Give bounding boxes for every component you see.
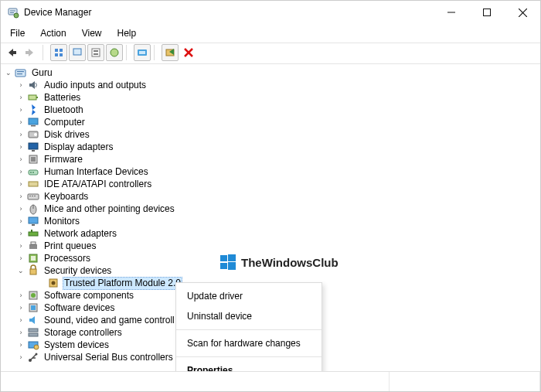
status-cell [1, 372, 390, 391]
tree-item-mouse[interactable]: ›Mice and other pointing devices [2, 203, 539, 215]
mouse-icon [27, 203, 39, 215]
chevron-right-icon[interactable]: › [16, 179, 26, 190]
chevron-right-icon[interactable]: › [16, 166, 26, 178]
tree-view[interactable]: ⌄Guru›Audio inputs and outputs›Batteries… [1, 64, 540, 371]
tree-item-computer[interactable]: ›Computer [2, 116, 539, 128]
ctx-update-driver[interactable]: Update driver [176, 286, 322, 306]
keyboard-icon [27, 190, 39, 203]
tree-item-printer[interactable]: ›Print queues [2, 240, 539, 252]
svg-point-64 [31, 293, 36, 298]
chevron-right-icon[interactable]: › [16, 228, 26, 240]
tree-item-battery[interactable]: ›Batteries [2, 91, 539, 104]
chevron-right-icon[interactable]: › [16, 203, 26, 215]
chevron-right-icon[interactable]: › [16, 92, 26, 104]
chevron-right-icon[interactable]: › [16, 327, 26, 339]
status-cell [390, 372, 540, 391]
tree-item-label: Firmware [43, 154, 84, 165]
svg-rect-11 [26, 51, 29, 54]
svg-point-74 [36, 353, 38, 356]
minimize-button[interactable] [434, 1, 469, 24]
tree-item-display[interactable]: ›Display adapters [2, 141, 539, 153]
ctx-uninstall-device[interactable]: Uninstall device [176, 306, 322, 326]
chevron-right-icon[interactable]: › [16, 129, 26, 141]
chevron-right-icon[interactable]: › [16, 290, 26, 302]
tree-item-disk[interactable]: ›Disk drives [2, 128, 539, 141]
svg-rect-27 [15, 70, 26, 77]
toolbar-btn-6[interactable] [162, 44, 179, 61]
tree-item-label: Monitors [43, 216, 81, 227]
chevron-right-icon[interactable]: › [16, 117, 26, 128]
svg-marker-8 [9, 49, 13, 56]
menu-action[interactable]: Action [34, 26, 72, 41]
storage-icon [27, 326, 39, 339]
menu-file[interactable]: File [4, 26, 31, 41]
chevron-right-icon[interactable]: › [16, 302, 26, 314]
toolbar-btn-1[interactable] [50, 44, 67, 61]
toolbar-btn-2[interactable] [69, 44, 86, 61]
ctx-scan-hardware[interactable]: Scan for hardware changes [176, 333, 322, 353]
svg-rect-1 [10, 11, 15, 12]
watermark: TheWindowsClub [219, 254, 339, 271]
svg-point-37 [34, 133, 37, 136]
forward-button[interactable] [22, 44, 39, 61]
tree-item-label: Audio inputs and outputs [43, 80, 148, 91]
tpm-icon [47, 277, 60, 289]
chevron-right-icon[interactable]: › [16, 339, 26, 351]
svg-rect-55 [31, 230, 32, 232]
chevron-right-icon[interactable]: › [16, 80, 26, 91]
tree-item-label: Computer [43, 117, 87, 128]
toolbar [1, 43, 540, 64]
chevron-right-icon[interactable]: › [16, 240, 26, 252]
svg-rect-56 [29, 244, 37, 249]
chevron-right-icon[interactable]: › [16, 216, 26, 227]
tree-item-label: Batteries [43, 92, 82, 104]
tree-item-label: Software components [43, 290, 135, 302]
chevron-right-icon[interactable]: › [16, 191, 26, 203]
chevron-down-icon[interactable]: ⌄ [4, 67, 13, 79]
menu-help[interactable]: Help [111, 26, 143, 41]
toolbar-remove-button[interactable] [180, 44, 197, 61]
monitor-icon [27, 215, 39, 227]
tree-item-bluetooth[interactable]: ›Bluetooth [2, 104, 539, 116]
back-button[interactable] [4, 44, 21, 61]
ctx-properties[interactable]: Properties [176, 360, 322, 371]
chevron-right-icon[interactable]: › [16, 352, 26, 363]
toolbar-btn-5[interactable] [134, 44, 151, 61]
chevron-right-icon[interactable]: › [16, 154, 26, 165]
toolbar-btn-3[interactable] [87, 44, 104, 61]
tree-item-network[interactable]: ›Network adapters [2, 227, 539, 240]
maximize-button[interactable] [469, 1, 505, 24]
svg-rect-57 [31, 242, 36, 244]
toolbar-btn-4[interactable] [106, 44, 123, 61]
svg-rect-76 [220, 255, 227, 261]
chevron-right-icon[interactable]: › [16, 315, 26, 326]
chevron-right-icon[interactable]: › [16, 253, 26, 264]
titlebar: Device Manager [1, 1, 540, 24]
tree-item-ide[interactable]: ›IDE ATA/ATAPI controllers [2, 178, 539, 190]
tree-item-label: Keyboards [43, 191, 90, 203]
tree-item-audio[interactable]: ›Audio inputs and outputs [2, 79, 539, 91]
svg-rect-41 [31, 157, 36, 162]
svg-rect-53 [32, 224, 35, 226]
hid-icon [27, 165, 39, 178]
computer-icon [27, 116, 39, 128]
svg-rect-68 [29, 329, 38, 332]
close-button[interactable] [505, 1, 540, 24]
tree-item-label: Universal Serial Bus controllers [43, 352, 175, 363]
svg-rect-52 [29, 217, 38, 223]
chevron-right-icon[interactable]: › [16, 104, 26, 116]
svg-rect-2 [10, 12, 14, 13]
menu-view[interactable]: View [76, 26, 108, 41]
tree-item-label: Security devices [43, 265, 113, 277]
svg-rect-49 [34, 196, 36, 196]
chevron-down-icon[interactable]: ⌄ [16, 265, 26, 277]
tree-item-monitor[interactable]: ›Monitors [2, 215, 539, 227]
tree-item-keyboard[interactable]: ›Keyboards [2, 190, 539, 203]
tree-item-hid[interactable]: ›Human Interface Devices [2, 165, 539, 178]
ctx-separator [176, 329, 322, 330]
chevron-right-icon[interactable]: › [16, 141, 26, 153]
security-icon [27, 264, 39, 277]
tree-root[interactable]: ⌄Guru [2, 66, 539, 79]
tree-item-label: Human Interface Devices [43, 166, 150, 178]
tree-item-firmware[interactable]: ›Firmware [2, 153, 539, 165]
